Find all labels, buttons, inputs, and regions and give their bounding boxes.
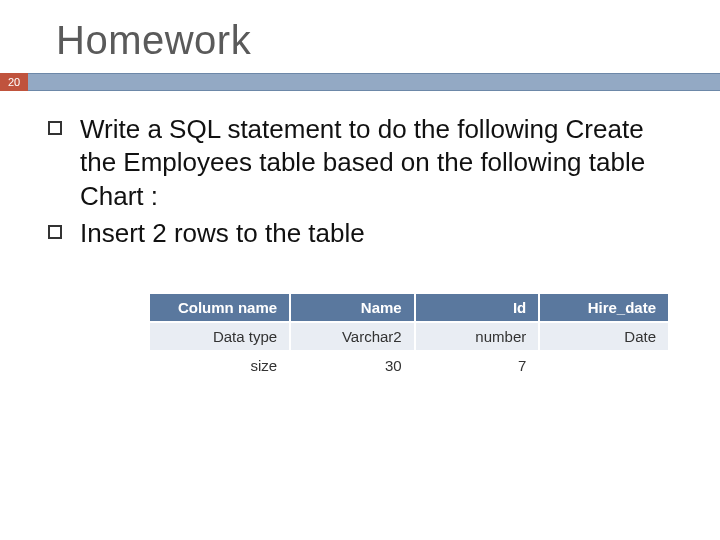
table-cell: number xyxy=(415,322,540,351)
table-cell xyxy=(539,351,669,379)
table-cell: Date xyxy=(539,322,669,351)
table-header-cell: Hire_date xyxy=(539,294,669,322)
divider-bar: 20 xyxy=(0,73,720,91)
table-cell: 30 xyxy=(290,351,415,379)
table-row: size 30 7 xyxy=(150,351,669,379)
page-title: Homework xyxy=(56,18,720,63)
square-bullet-icon xyxy=(48,121,62,135)
table-cell: 7 xyxy=(415,351,540,379)
table-cell: size xyxy=(150,351,290,379)
slide-number-badge: 20 xyxy=(0,73,28,91)
table-header-row: Column name Name Id Hire_date xyxy=(150,294,669,322)
content-area: Write a SQL statement to do the followin… xyxy=(0,91,720,379)
list-item: Write a SQL statement to do the followin… xyxy=(48,113,680,213)
schema-table: Column name Name Id Hire_date Data type … xyxy=(150,294,670,379)
bullet-text: Write a SQL statement to do the followin… xyxy=(80,113,680,213)
table-header-cell: Name xyxy=(290,294,415,322)
table-header-cell: Column name xyxy=(150,294,290,322)
divider-fill xyxy=(28,73,720,91)
table-row: Data type Varchar2 number Date xyxy=(150,322,669,351)
table-header-cell: Id xyxy=(415,294,540,322)
bullet-text: Insert 2 rows to the table xyxy=(80,217,365,250)
table-cell: Varchar2 xyxy=(290,322,415,351)
square-bullet-icon xyxy=(48,225,62,239)
list-item: Insert 2 rows to the table xyxy=(48,217,680,250)
table-cell: Data type xyxy=(150,322,290,351)
